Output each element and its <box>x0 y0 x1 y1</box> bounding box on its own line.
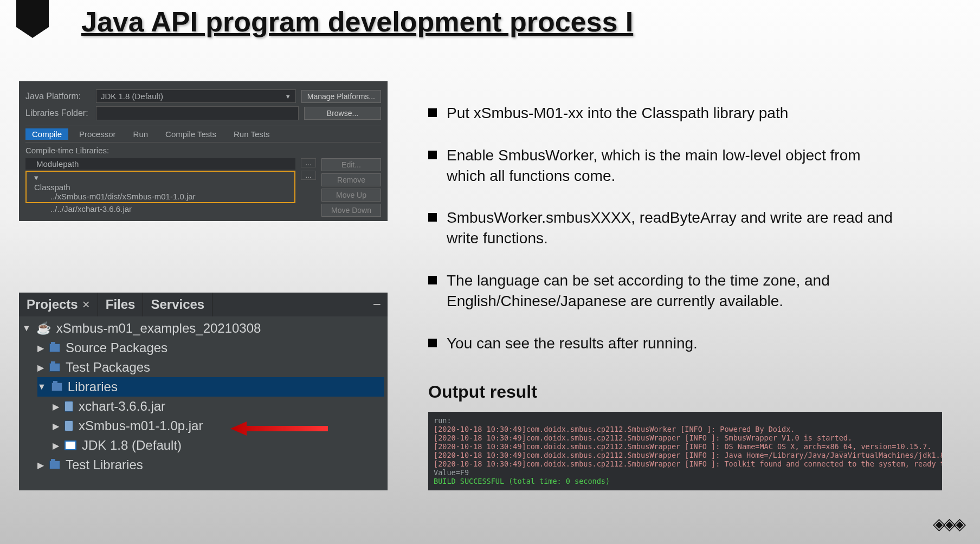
compile-tabs: Compile Processor Run Compile Tests Run … <box>25 126 381 143</box>
node-test-libraries[interactable]: ▶ Test Libraries <box>37 455 384 475</box>
bullet-icon <box>428 151 437 159</box>
bullet-icon <box>428 108 437 117</box>
bullet-icon <box>428 339 437 347</box>
java-platform-select[interactable]: JDK 1.8 (Default) ▼ <box>96 89 296 103</box>
java-platform-value: JDK 1.8 (Default) <box>101 92 163 101</box>
manage-platforms-button[interactable]: Manage Platforms... <box>301 90 381 103</box>
node-xsmbus-jar[interactable]: ▶ xSmbus-m01-1.0p.jar <box>53 416 384 436</box>
properties-panel: Java Platform: JDK 1.8 (Default) ▼ Manag… <box>19 81 388 221</box>
output-result-title: Output result <box>428 382 537 402</box>
node-test-packages[interactable]: ▶ Test Packages <box>37 358 384 377</box>
jar-icon <box>65 420 73 431</box>
libs-tree[interactable]: Modulepath ▾ Classpath ../xSmbus-m01/dis… <box>25 158 295 217</box>
red-arrow-icon <box>230 422 328 436</box>
package-icon <box>51 383 62 391</box>
node-libraries[interactable]: ▼ Libraries <box>37 377 384 397</box>
modulepath-row[interactable]: Modulepath <box>25 158 295 170</box>
bullet-text: You can see the results after running. <box>447 333 698 354</box>
lib-folder-input[interactable] <box>96 106 299 120</box>
jar-icon <box>65 401 73 412</box>
more-button-2[interactable]: ... <box>301 171 316 180</box>
console-run: run: <box>434 416 937 425</box>
tab-projects[interactable]: Projects× <box>19 293 98 316</box>
node-jdk[interactable]: ▶ JDK 1.8 (Default) <box>53 436 384 455</box>
tab-compile[interactable]: Compile <box>25 128 68 140</box>
more-button-1[interactable]: ... <box>301 158 316 167</box>
footer-logo-icon: ◈◈◈ <box>933 514 964 533</box>
compile-time-libs-label: Compile-time Libraries: <box>25 146 381 155</box>
move-up-button[interactable]: Move Up <box>321 189 381 202</box>
tab-run[interactable]: Run <box>127 128 155 140</box>
tab-compile-tests[interactable]: Compile Tests <box>159 128 223 140</box>
tab-services[interactable]: Services <box>143 293 212 316</box>
svg-marker-0 <box>230 422 328 436</box>
browse-button[interactable]: Browse... <box>304 107 381 120</box>
output-console: run: [2020-10-18 10:30:49]com.doidx.smbu… <box>428 412 942 490</box>
move-down-button[interactable]: Move Down <box>321 204 381 217</box>
console-line: [2020-10-18 10:30:49]com.doidx.smbus.cp2… <box>434 451 937 459</box>
bullet-text: The language can be set according to the… <box>447 270 900 312</box>
tab-run-tests[interactable]: Run Tests <box>227 128 276 140</box>
edit-button[interactable]: Edit... <box>321 158 381 171</box>
package-icon <box>49 461 60 469</box>
classpath-highlight: ▾ Classpath ../xSmbus-m01/dist/xSmbus-m0… <box>25 171 295 203</box>
tab-files[interactable]: Files <box>98 293 144 316</box>
package-icon <box>49 363 60 372</box>
chevron-down-icon: ▼ <box>285 93 291 100</box>
bullet-text: SmbusWorker.smbusXXXX, readByteArray and… <box>447 208 900 249</box>
console-value: Value=F9 <box>434 468 937 477</box>
platform-icon <box>65 441 76 450</box>
bullet-icon <box>428 213 437 222</box>
console-line: [2020-10-18 10:30:49]com.doidx.smbus.cp2… <box>434 442 937 451</box>
classpath-jar-2[interactable]: ../../Jar/xchart-3.6.6.jar <box>25 203 295 215</box>
bullet-icon <box>428 276 437 284</box>
coffee-icon: ☕ <box>36 321 51 335</box>
bullet-text: Enable SmbusWorker, which is the main lo… <box>447 145 900 186</box>
projects-panel: Projects× Files Services − ▼☕ xSmbus-m01… <box>19 293 388 490</box>
node-source-packages[interactable]: ▶ Source Packages <box>37 338 384 358</box>
console-line: [2020-10-18 10:30:49]com.doidx.smbus.cp2… <box>434 433 937 442</box>
tab-processor[interactable]: Processor <box>73 128 122 140</box>
console-line: [2020-10-18 10:30:49]com.doidx.smbus.cp2… <box>434 459 937 468</box>
lib-folder-label: Libraries Folder: <box>25 108 91 118</box>
remove-button[interactable]: Remove <box>321 173 381 186</box>
package-icon <box>49 344 60 352</box>
classpath-label[interactable]: Classpath <box>34 183 290 192</box>
java-platform-label: Java Platform: <box>25 92 91 101</box>
console-build: BUILD SUCCESSFUL (total time: 0 seconds) <box>434 477 937 485</box>
bullet-text: Put xSmbus-M01-xx into the Classpath lib… <box>447 103 788 124</box>
node-xchart-jar[interactable]: ▶ xchart-3.6.6.jar <box>53 397 384 416</box>
console-line: [2020-10-18 10:30:49]com.doidx.smbus.cp2… <box>434 425 937 433</box>
top-badge-icon <box>16 0 49 27</box>
minimize-icon[interactable]: − <box>373 296 381 313</box>
page-title: Java API program development process I <box>81 5 633 38</box>
project-root[interactable]: ▼☕ xSmbus-m01_examples_20210308 <box>22 319 384 338</box>
close-icon[interactable]: × <box>82 297 90 312</box>
instruction-list: Put xSmbus-M01-xx into the Classpath lib… <box>428 103 900 375</box>
classpath-jar-1[interactable]: ../xSmbus-m01/dist/xSmbus-m01-1.0.jar <box>31 192 290 201</box>
projects-tabbar: Projects× Files Services − <box>19 293 388 316</box>
